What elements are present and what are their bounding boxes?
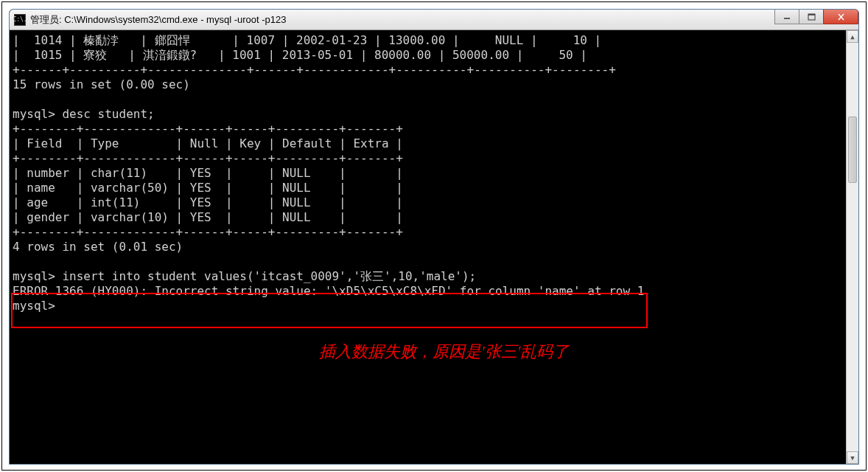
data-row: | 1014 | 榛勫浡 | 鎯囧悍 | 1007 | 2002-01-23 |…	[13, 33, 601, 47]
terminal-content: | 1014 | 榛勫浡 | 鎯囧悍 | 1007 | 2002-01-23 |…	[13, 33, 855, 313]
titlebar[interactable]: C:\. 管理员: C:\Windows\system32\cmd.exe - …	[10, 10, 858, 30]
error-message: ERROR 1366 (HY000): Incorrect string val…	[13, 284, 644, 298]
mysql-prompt: mysql>	[13, 299, 55, 313]
table-border: +--------+-------------+------+-----+---…	[13, 122, 403, 136]
data-row: | 1015 | 寮狡 | 淇湆鍛鐓? | 1001 | 2013-05-01 …	[13, 48, 587, 62]
scroll-up-arrow-icon[interactable]: ▲	[847, 30, 858, 43]
close-button[interactable]	[823, 9, 858, 24]
terminal-output[interactable]: | 1014 | 榛勫浡 | 鎯囧悍 | 1007 | 2002-01-23 |…	[10, 30, 858, 464]
mysql-insert-command: mysql> insert into student values('itcas…	[13, 269, 476, 283]
cmd-window: C:\. 管理员: C:\Windows\system32\cmd.exe - …	[9, 9, 859, 465]
window-controls	[775, 9, 858, 24]
rowcount-msg: 4 rows in set (0.01 sec)	[13, 240, 183, 254]
vertical-scrollbar[interactable]: ▲ ▼	[846, 30, 858, 464]
rowcount-msg: 15 rows in set (0.00 sec)	[13, 77, 190, 91]
table-header: | Field | Type | Null | Key | Default | …	[13, 136, 403, 150]
annotation-text: 插入数据失败，原因是'张三'乱码了	[319, 344, 569, 359]
table-border: +--------+-------------+------+-----+---…	[13, 225, 403, 239]
scroll-down-arrow-icon[interactable]: ▼	[847, 451, 858, 464]
mysql-prompt: mysql> desc student;	[13, 107, 155, 121]
maximize-button[interactable]	[799, 9, 824, 24]
desc-row: | name | varchar(50) | YES | | NULL | |	[13, 181, 403, 195]
desc-row: | number | char(11) | YES | | NULL | |	[13, 166, 403, 180]
window-title: 管理员: C:\Windows\system32\cmd.exe - mysql…	[30, 13, 287, 27]
table-border: +------+----------+--------------+------…	[13, 63, 616, 77]
table-border: +--------+-------------+------+-----+---…	[13, 151, 403, 165]
desc-row: | age | int(11) | YES | | NULL | |	[13, 195, 403, 209]
scroll-track[interactable]	[847, 43, 858, 451]
app-icon: C:\.	[14, 14, 26, 26]
scroll-thumb[interactable]	[848, 117, 857, 183]
desc-row: | gender | varchar(10) | YES | | NULL | …	[13, 210, 403, 224]
minimize-button[interactable]	[774, 9, 799, 24]
